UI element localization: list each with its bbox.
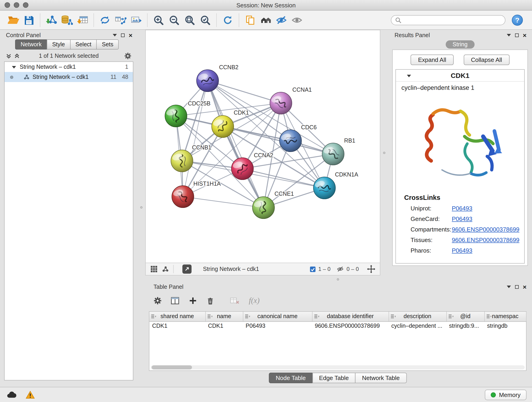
panel-close-icon[interactable]: × [129, 32, 133, 38]
column-header[interactable]: canonical name [243, 312, 312, 321]
zoom-fit-button[interactable] [182, 12, 197, 28]
table-cell[interactable]: cyclin–dependent ... [389, 321, 446, 330]
table-settings-gear-icon[interactable] [153, 297, 162, 305]
network-node-ccnb2[interactable] [196, 70, 219, 92]
export-image-button[interactable] [128, 12, 144, 28]
home-button[interactable] [258, 12, 273, 28]
table-cell[interactable]: P06493 [243, 321, 312, 330]
column-header[interactable]: description [389, 312, 446, 321]
crosslink-link[interactable]: P06493 [452, 205, 472, 212]
string-tab-badge[interactable]: String [446, 40, 474, 49]
panel-menu-icon[interactable] [113, 33, 117, 37]
detach-view-button[interactable] [182, 264, 191, 274]
network-share-icon[interactable] [162, 265, 169, 273]
panel-float-icon[interactable] [515, 285, 519, 288]
panel-float-icon[interactable] [515, 33, 519, 37]
column-sort-icon [448, 314, 453, 319]
crosslink-link[interactable]: 9606.ENSP00000378699 [452, 226, 519, 233]
table-horizontal-scrollbar[interactable] [151, 365, 525, 370]
show-graphics-details-button[interactable] [289, 12, 305, 28]
zoom-out-button[interactable] [166, 12, 182, 28]
panel-close-icon[interactable]: × [523, 32, 526, 38]
table-row[interactable]: CDK1 CDK1 P06493 9606.ENSP00000378699 cy… [149, 321, 526, 330]
network-node-cdkn1a[interactable] [313, 177, 336, 199]
crosslink-link[interactable]: P06493 [452, 216, 472, 222]
tab-network[interactable]: Network [15, 39, 47, 50]
selected-checkbox-icon[interactable] [310, 266, 316, 272]
tab-select[interactable]: Select [70, 39, 97, 50]
network-node-cdc6[interactable] [279, 130, 302, 152]
node-label-cdk1: CDK1 [234, 109, 249, 116]
expand-all-button[interactable]: Expand All [411, 55, 454, 65]
panel-float-icon[interactable] [121, 33, 125, 37]
table-cell[interactable]: 9606.ENSP00000378699 [312, 321, 389, 330]
results-panel-title: Results Panel [390, 32, 430, 38]
collection-expander-icon[interactable] [12, 65, 16, 69]
gene-card-header[interactable]: CDK1 [396, 70, 524, 82]
column-header[interactable]: name [205, 312, 243, 321]
network-node-cdc25b[interactable] [165, 105, 187, 127]
scrollbar-thumb[interactable] [152, 365, 192, 370]
column-header[interactable]: namespac [484, 312, 526, 321]
collapse-all-button[interactable]: Collapse All [464, 55, 510, 65]
table-cell[interactable]: CDK1 [205, 321, 243, 330]
add-column-icon[interactable] [189, 297, 197, 305]
warnings-button[interactable] [26, 390, 35, 399]
column-header[interactable]: shared name [149, 312, 205, 321]
pan-crosshair-icon[interactable] [367, 265, 375, 273]
open-session-button[interactable] [6, 12, 21, 28]
panel-menu-icon[interactable] [507, 285, 511, 288]
left-splitter-handle[interactable] [140, 206, 143, 209]
network-collection-row[interactable]: String Network – cdk1 1 [5, 62, 133, 72]
new-network-button[interactable] [97, 12, 113, 28]
show-columns-icon[interactable] [171, 297, 180, 305]
network-canvas[interactable]: CCNB2CCNA1CDC25BCDK1CDC6RB1CCNB1CCNA2CDK… [146, 30, 380, 263]
search-input[interactable] [404, 17, 501, 23]
network-node-ccnb1[interactable] [171, 150, 193, 172]
network-node-rb1[interactable] [322, 143, 344, 165]
save-session-button[interactable] [21, 12, 37, 28]
tab-sets[interactable]: Sets [96, 39, 119, 50]
memory-icon [491, 392, 496, 397]
network-node-cdk1[interactable] [212, 115, 234, 138]
import-table-button[interactable] [75, 12, 90, 28]
zoom-selected-icon [200, 14, 211, 26]
delete-column-icon[interactable] [206, 296, 215, 305]
column-sort-icon [207, 314, 212, 319]
birds-eye-view-icon[interactable] [150, 265, 158, 273]
network-node-hist1h1a[interactable] [172, 186, 194, 208]
table-cell[interactable]: stringdb [484, 321, 526, 330]
panel-close-icon[interactable]: × [523, 283, 526, 290]
table-cell[interactable]: CDK1 [149, 321, 205, 330]
column-header[interactable]: database identifier [312, 312, 389, 321]
column-header[interactable]: @id [446, 312, 484, 321]
copy-page-button[interactable] [242, 12, 258, 28]
help-button[interactable]: ? [512, 14, 523, 26]
hide-graphics-details-button[interactable] [273, 12, 289, 28]
network-from-table-button[interactable] [113, 12, 128, 28]
network-node-ccna1[interactable] [270, 92, 292, 114]
gene-expander-icon[interactable] [407, 74, 411, 77]
import-network-database-button[interactable] [59, 12, 75, 28]
tab-edge-table[interactable]: Edge Table [312, 373, 356, 383]
right-splitter-handle[interactable] [383, 152, 385, 154]
network-node-ccne1[interactable] [253, 197, 274, 219]
memory-button[interactable]: Memory [485, 389, 526, 400]
import-network-file-button[interactable] [44, 12, 59, 28]
refresh-network-button[interactable] [220, 12, 235, 28]
cloud-button[interactable] [6, 390, 17, 399]
table-panel: Table Panel × f(x) shared name name cano… [145, 283, 530, 385]
tab-node-table[interactable]: Node Table [269, 373, 312, 383]
tab-style[interactable]: Style [47, 39, 70, 50]
bottom-splitter-handle[interactable] [337, 278, 339, 281]
panel-menu-icon[interactable] [507, 33, 511, 37]
hidden-eye-icon[interactable] [337, 266, 344, 272]
zoom-in-button[interactable] [151, 12, 166, 28]
network-node-ccna2[interactable] [231, 158, 253, 180]
zoom-selected-button[interactable] [197, 12, 213, 28]
crosslink-link[interactable]: P06493 [452, 247, 472, 254]
tab-network-table[interactable]: Network Table [355, 373, 406, 383]
crosslink-link[interactable]: 9606.ENSP00000378699 [452, 236, 519, 243]
table-panel-title: Table Panel [145, 283, 184, 290]
network-row[interactable]: String Network – cdk1 11 48 [5, 72, 133, 82]
